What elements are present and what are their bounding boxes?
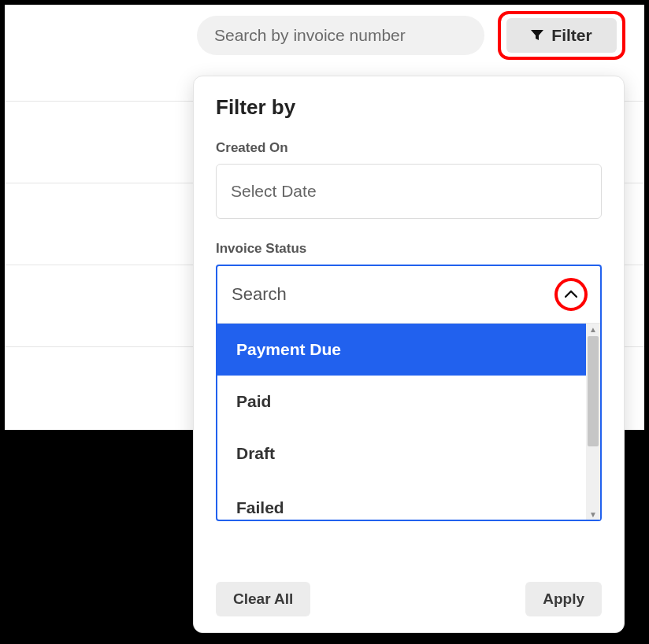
filter-icon <box>531 26 543 45</box>
scroll-down-arrow-icon[interactable]: ▼ <box>586 509 600 520</box>
created-on-placeholder: Select Date <box>231 182 317 201</box>
created-on-input[interactable]: Select Date <box>216 164 602 219</box>
status-option-label: Paid <box>236 392 271 411</box>
filter-button-highlight: Filter <box>498 11 625 60</box>
filter-panel: Filter by Created On Select Date Invoice… <box>193 76 625 633</box>
status-option-label: Failed <box>236 498 284 517</box>
filter-button[interactable]: Filter <box>506 18 617 53</box>
status-option-payment-due[interactable]: Payment Due <box>217 324 600 376</box>
filter-panel-actions: Clear All Apply <box>216 582 602 616</box>
filter-panel-title: Filter by <box>216 95 602 120</box>
filter-button-label: Filter <box>551 26 592 45</box>
invoice-status-label: Invoice Status <box>216 241 602 257</box>
apply-button[interactable]: Apply <box>525 582 602 616</box>
search-placeholder: Search by invoice number <box>214 26 406 45</box>
dropdown-toggle[interactable] <box>554 278 588 311</box>
invoice-status-search-placeholder: Search <box>232 284 287 305</box>
scroll-up-arrow-icon[interactable]: ▲ <box>586 324 600 335</box>
chevron-up-icon <box>565 288 577 301</box>
clear-all-button[interactable]: Clear All <box>216 582 310 616</box>
status-option-label: Draft <box>236 444 275 463</box>
invoice-status-combobox: Search Payment Due Paid Draft <box>216 265 602 521</box>
search-input[interactable]: Search by invoice number <box>197 16 484 55</box>
invoice-status-search[interactable]: Search <box>217 266 600 323</box>
invoice-status-options: Payment Due Paid Draft Failed ▲ ▼ <box>217 323 600 520</box>
status-option-failed[interactable]: Failed <box>217 479 600 520</box>
status-option-draft[interactable]: Draft <box>217 427 600 479</box>
created-on-label: Created On <box>216 140 602 156</box>
scrollbar-thumb[interactable] <box>588 336 599 446</box>
status-option-paid[interactable]: Paid <box>217 376 600 427</box>
scrollbar-track: ▲ ▼ <box>586 324 600 520</box>
status-option-label: Payment Due <box>236 340 341 359</box>
